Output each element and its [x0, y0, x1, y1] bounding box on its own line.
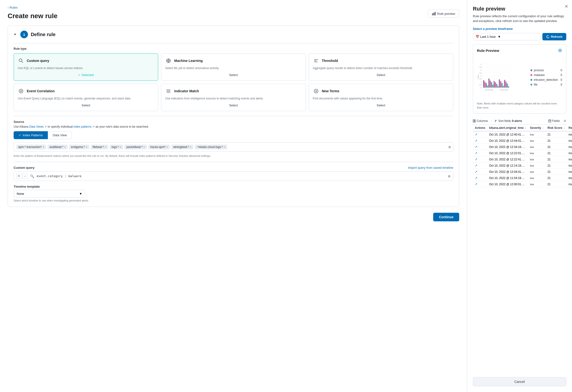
columns-button[interactable]: Columns: [473, 119, 488, 123]
breadcrumb-text: Rules: [10, 6, 17, 9]
timeframe-select[interactable]: 📅 Last 1 hour ▼: [473, 33, 540, 40]
tag-filebeat[interactable]: filebeat-* ×: [91, 145, 108, 149]
tag-close-elastic-cloud[interactable]: ×: [224, 146, 225, 148]
timeline-select[interactable]: None ▼: [14, 190, 85, 198]
rule-card-threshold[interactable]: Threshold Aggregate query results to det…: [309, 53, 453, 81]
row-risk: 21: [545, 131, 567, 138]
tag-packetbeat[interactable]: packetbeat-* ×: [125, 145, 147, 149]
query-clear-button[interactable]: ⊗: [448, 174, 451, 178]
row-action[interactable]: ↗: [473, 150, 487, 156]
rule-card-machine-learning[interactable]: Machine Learning Select ML job to detect…: [161, 53, 306, 81]
tag-close-traces[interactable]: ×: [167, 146, 168, 148]
tag-apm[interactable]: apm-*-transaction* ×: [16, 145, 46, 149]
svg-text:3: 3: [481, 69, 482, 71]
breadcrumb[interactable]: ‹ Rules: [8, 6, 459, 9]
tags-clear-button[interactable]: ⊗: [448, 145, 451, 149]
sort-fields-button[interactable]: Sort fields 9 alerts: [494, 119, 522, 123]
preview-card-title: Rule Preview: [477, 49, 499, 53]
continue-button[interactable]: Continue: [433, 213, 459, 221]
svg-rect-54: [505, 82, 507, 87]
define-rule-section: ▼ 1 Define rule Rule type Custom query U…: [8, 26, 459, 207]
tag-close-winlogbeat[interactable]: ×: [190, 146, 191, 148]
col-risk[interactable]: Risk Score ↕: [545, 125, 567, 131]
svg-rect-43: [491, 82, 492, 88]
col-severity[interactable]: Severity ↕: [528, 125, 545, 131]
custom-query-icon: [18, 57, 24, 64]
query-divider: [14, 162, 453, 162]
col-actions: Actions: [473, 125, 487, 131]
svg-rect-46: [495, 82, 496, 88]
rule-card-new-terms[interactable]: New Terms Find documents with values app…: [309, 84, 453, 111]
row-rest: mal: [567, 169, 572, 175]
col-rea: Rea: [567, 125, 572, 131]
close-icon[interactable]: ✕: [565, 4, 568, 9]
table-row: ↗ Oct 10, 2022 @ 12:04:41.336 low 21 mal: [473, 169, 572, 175]
panel-desc: Rule preview reflects the current config…: [473, 14, 566, 23]
row-rest: mal: [567, 156, 572, 163]
svg-rect-47: [496, 84, 497, 87]
row-time: Oct 10, 2022 @ 12:00:01.848: [487, 181, 528, 187]
rule-card-custom-query[interactable]: Custom query Use KQL or Lucene to detect…: [14, 53, 158, 81]
import-query-link[interactable]: Import query from saved timeline: [408, 166, 453, 169]
row-action[interactable]: ↗: [473, 181, 487, 187]
cancel-button[interactable]: Cancel: [473, 377, 566, 386]
tag-close-apm[interactable]: ×: [43, 146, 44, 148]
tag-logs[interactable]: logs-* ×: [110, 145, 123, 149]
row-action[interactable]: ↗: [473, 138, 487, 144]
table-row: ↗ Oct 10, 2022 @ 12:00:01.848 low 21 mal: [473, 181, 572, 187]
tag-winlogbeat[interactable]: winlogbeat-* ×: [171, 145, 193, 149]
data-views-link[interactable]: Data Views ↗: [29, 125, 47, 128]
custom-query-title: Custom query: [27, 59, 49, 63]
cancel-row: Cancel: [473, 373, 566, 386]
row-rest: mal: [567, 138, 572, 144]
tag-traces[interactable]: traces-apm* ×: [148, 145, 170, 149]
row-time: Oct 10, 2022 @ 11:54:19.613: [487, 175, 528, 181]
row-risk: 21: [545, 156, 567, 163]
row-action[interactable]: ↗: [473, 175, 487, 181]
svg-rect-40: [487, 86, 488, 88]
chart-icon: [432, 12, 436, 16]
tag-close-logs[interactable]: ×: [120, 146, 121, 148]
svg-rect-37: [483, 80, 484, 88]
svg-text:10-10 12:30: 10-10 12:30: [500, 89, 508, 91]
query-add-icon[interactable]: +: [22, 174, 28, 179]
ml-title: Machine Learning: [174, 59, 203, 63]
tag-elastic-cloud[interactable]: -*elastic-cloud-logs-* ×: [195, 145, 227, 149]
table-row: ↗ Oct 10, 2022 @ 12:14:19.546 low 21 mal: [473, 163, 572, 169]
timeline-chevron-icon: ▼: [79, 192, 82, 196]
tag-close-auditbeat[interactable]: ×: [64, 146, 66, 148]
index-patterns-link[interactable]: index patterns ↗: [74, 125, 95, 128]
tab-data-view[interactable]: Data View: [48, 131, 72, 139]
tag-close-packetbeat[interactable]: ×: [143, 146, 145, 148]
query-settings-icon[interactable]: ⚙: [16, 174, 21, 179]
row-action[interactable]: ↗: [473, 163, 487, 169]
legend-val-process: 0: [559, 69, 562, 72]
svg-point-3: [19, 59, 22, 62]
expand-icon[interactable]: [558, 48, 562, 53]
svg-point-6: [168, 60, 169, 61]
tab-index-patterns[interactable]: ✓ Index Patterns: [14, 131, 48, 139]
row-risk: 21: [545, 150, 567, 156]
row-action[interactable]: ↗: [473, 131, 487, 138]
row-rest: mal: [567, 131, 572, 138]
col-time[interactable]: kibana.alert.original_time ↕: [487, 125, 528, 131]
table-settings-icon[interactable]: ⚙: [564, 119, 566, 123]
breadcrumb-arrow: ‹: [8, 6, 9, 9]
rule-card-event-correlation[interactable]: Event Correlation Use Event Query Langua…: [14, 84, 158, 111]
fields-button[interactable]: Fields: [548, 119, 560, 123]
refresh-button[interactable]: Refresh: [542, 33, 566, 40]
rule-card-indicator-match[interactable]: Indicator Match Use indicators from inte…: [161, 84, 306, 111]
tag-auditbeat[interactable]: auditbeat-* ×: [48, 145, 68, 149]
columns-icon: [473, 119, 476, 122]
rule-preview-button[interactable]: Rule preview: [428, 10, 459, 18]
svg-rect-42: [490, 81, 491, 87]
tag-close-endgame[interactable]: ×: [86, 146, 87, 148]
tag-endgame[interactable]: endgame-* ×: [69, 145, 89, 149]
row-action[interactable]: ↗: [473, 144, 487, 150]
row-action[interactable]: ↗: [473, 156, 487, 163]
svg-rect-39: [486, 83, 487, 87]
row-action[interactable]: ↗: [473, 169, 487, 175]
tag-close-filebeat[interactable]: ×: [105, 146, 106, 148]
timeline-hint: Select which timeline to use when invest…: [14, 199, 453, 202]
table-row: ↗ Oct 10, 2022 @ 12:44:01.979 low 21 mal: [473, 138, 572, 144]
